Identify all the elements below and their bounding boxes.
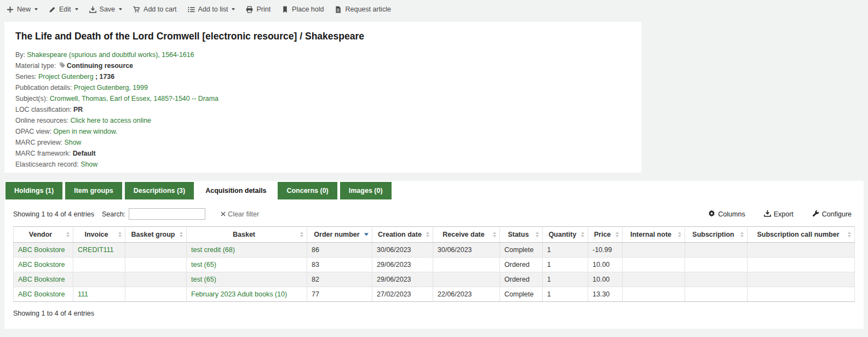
author-link[interactable]: Shakespeare (spurious and doubtful works… xyxy=(27,51,194,59)
cart-icon xyxy=(133,6,140,13)
column-header-basket-group[interactable]: Basket group xyxy=(125,227,187,243)
export-button[interactable]: Export xyxy=(761,209,797,219)
acquisition-details-table: Vendor Invoice Basket group Basket Order… xyxy=(13,226,855,302)
material-type-value: Continuing resource xyxy=(67,62,133,70)
column-header-price[interactable]: Price xyxy=(588,227,623,243)
marc-preview-label: MARC preview: xyxy=(15,139,65,146)
vendor-link[interactable]: ABC Bookstore xyxy=(18,246,65,254)
tab-acquisition-details[interactable]: Acquisition details xyxy=(197,182,275,199)
new-button[interactable]: New xyxy=(7,5,38,13)
publication-details-label: Publication details: xyxy=(15,84,74,92)
caret-down-icon xyxy=(35,8,38,10)
basket-link[interactable]: test (65) xyxy=(191,261,216,269)
add-to-cart-button-label: Add to cart xyxy=(143,5,176,13)
opac-view-link[interactable]: Open in new window. xyxy=(53,128,117,135)
basket-link[interactable]: February 2023 Adult books (10) xyxy=(191,290,287,298)
status-cell: Complete xyxy=(500,287,543,302)
tab-holdings[interactable]: Holdings (1) xyxy=(5,182,62,199)
vendor-link[interactable]: ABC Bookstore xyxy=(18,276,65,283)
basket-link[interactable]: test credit (68) xyxy=(191,246,235,254)
column-header-invoice[interactable]: Invoice xyxy=(73,227,125,243)
column-header-quantity[interactable]: Quantity xyxy=(543,227,588,243)
file-icon xyxy=(335,6,342,13)
add-to-cart-button[interactable]: Add to cart xyxy=(133,5,176,13)
order-number-cell: 86 xyxy=(307,243,372,258)
elasticsearch-show-link[interactable]: Show xyxy=(81,161,97,168)
table-search-input[interactable] xyxy=(129,208,205,220)
record-tabs: Holdings (1) Item groups Descriptions (3… xyxy=(4,181,864,199)
sort-icon xyxy=(180,232,183,237)
loc-classification-value: PR xyxy=(73,106,83,113)
sort-icon xyxy=(581,232,584,237)
save-button[interactable]: Save xyxy=(89,5,123,13)
column-header-subscription[interactable]: Subscription xyxy=(685,227,748,243)
column-header-internal-note[interactable]: Internal note xyxy=(623,227,685,243)
sort-descending-icon xyxy=(364,233,369,236)
subscription-cell xyxy=(685,287,748,302)
basket-cell: February 2023 Adult books (10) xyxy=(187,287,307,302)
basket-link[interactable]: test (65) xyxy=(191,276,216,283)
vendor-link[interactable]: ABC Bookstore xyxy=(18,290,65,298)
series-link[interactable]: Project Gutenberg xyxy=(38,73,94,81)
tab-images[interactable]: Images (0) xyxy=(340,182,392,199)
table-controls: Showing 1 to 4 of 4 entries Search: Clea… xyxy=(4,199,864,225)
byline: By: Shakespeare (spurious and doubtful w… xyxy=(15,49,630,60)
column-header-basket[interactable]: Basket xyxy=(187,227,307,243)
add-to-list-button[interactable]: Add to list xyxy=(188,5,235,13)
marc-preview-show-link[interactable]: Show xyxy=(65,139,82,146)
save-button-label: Save xyxy=(100,5,116,13)
edit-button[interactable]: Edit xyxy=(49,5,78,13)
request-article-button[interactable]: Request article xyxy=(335,5,390,13)
gear-icon xyxy=(708,210,715,219)
print-button[interactable]: Print xyxy=(246,5,271,13)
table-row: ABC Bookstore test (65) 83 29/06/2023 Or… xyxy=(14,258,855,272)
invoice-link[interactable]: CREDIT111 xyxy=(78,246,114,254)
opac-view-label: OPAC view: xyxy=(15,128,53,135)
table-header-row: Vendor Invoice Basket group Basket Order… xyxy=(14,227,855,243)
series-number: ; 1736 xyxy=(94,73,115,81)
receive-date-cell xyxy=(433,272,500,287)
marc-framework-label: MARC framework: xyxy=(15,150,73,157)
configure-button[interactable]: Configure xyxy=(809,209,855,219)
basket-cell: test (65) xyxy=(187,272,307,287)
price-cell: 10.00 xyxy=(588,272,623,287)
columns-button[interactable]: Columns xyxy=(705,209,748,219)
subject-link[interactable]: Cromwell, Thomas, Earl of Essex, 1485?-1… xyxy=(50,95,219,102)
column-header-vendor[interactable]: Vendor xyxy=(14,227,73,243)
wrench-icon xyxy=(812,210,819,219)
caret-down-icon xyxy=(232,8,235,10)
table-row: ABC Bookstore 111 February 2023 Adult bo… xyxy=(14,287,855,302)
add-to-list-button-label: Add to list xyxy=(198,5,228,13)
sort-icon xyxy=(848,232,851,237)
vendor-link[interactable]: ABC Bookstore xyxy=(18,261,65,269)
quantity-cell: 1 xyxy=(543,258,588,272)
invoice-cell: CREDIT111 xyxy=(73,243,125,258)
printer-icon xyxy=(246,6,253,13)
marc-framework-value: Default xyxy=(73,150,96,157)
elasticsearch-record-label: Elasticsearch record: xyxy=(15,161,81,168)
online-resources-link[interactable]: Click here to access online xyxy=(71,117,151,124)
loc-classification-label: LOC classification: xyxy=(15,106,73,113)
column-header-creation-date[interactable]: Creation date xyxy=(372,227,433,243)
tab-concerns[interactable]: Concerns (0) xyxy=(278,182,337,199)
invoice-link[interactable]: 111 xyxy=(78,290,88,298)
column-header-status[interactable]: Status xyxy=(500,227,543,243)
tab-item-groups[interactable]: Item groups xyxy=(65,182,122,199)
column-header-receive-date[interactable]: Receive date xyxy=(433,227,500,243)
creation-date-cell: 29/06/2023 xyxy=(372,258,433,272)
basket-group-cell xyxy=(125,243,187,258)
basket-cell: test credit (68) xyxy=(187,243,307,258)
creation-date-cell: 29/06/2023 xyxy=(372,272,433,287)
record-tabs-panel: Holdings (1) Item groups Descriptions (3… xyxy=(4,181,864,329)
place-hold-button[interactable]: Place hold xyxy=(281,5,324,13)
marc-preview-row: MARC preview: Show xyxy=(15,137,630,148)
series-row: Series: Project Gutenberg ; 1736 xyxy=(15,71,630,82)
publication-details-link[interactable]: Project Gutenberg, 1999 xyxy=(74,84,148,92)
receive-date-cell: 30/06/2023 xyxy=(433,243,500,258)
column-header-order-number[interactable]: Order number xyxy=(307,227,372,243)
clear-filter-button[interactable]: Clear filter xyxy=(217,210,262,219)
column-header-subscription-call-number[interactable]: Subscription call number xyxy=(748,227,855,243)
basket-group-cell xyxy=(125,258,187,272)
record-toolbar: New Edit Save Add to cart Add to list Pr… xyxy=(0,0,868,19)
tab-descriptions[interactable]: Descriptions (3) xyxy=(125,182,194,199)
